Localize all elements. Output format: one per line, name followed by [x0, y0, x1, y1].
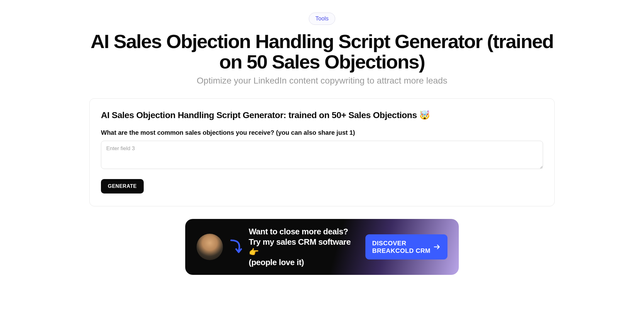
promo-banner: Want to close more deals? Try my sales C…	[185, 219, 459, 275]
page-header: Tools AI Sales Objection Handling Script…	[89, 13, 555, 86]
arrow-right-icon	[433, 243, 441, 251]
curved-arrow-icon	[229, 238, 242, 255]
generator-card: AI Sales Objection Handling Script Gener…	[89, 98, 555, 206]
cta-line-2: BREAKCOLD CRM	[372, 247, 430, 254]
page-title: AI Sales Objection Handling Script Gener…	[89, 31, 555, 72]
promo-text: Want to close more deals? Try my sales C…	[249, 226, 358, 267]
page-subtitle: Optimize your LinkedIn content copywriti…	[89, 76, 555, 86]
promo-line-2: Try my sales CRM software 👉	[249, 237, 358, 257]
cta-line-1: DISCOVER	[372, 239, 430, 247]
promo-line-1: Want to close more deals?	[249, 226, 358, 237]
promo-line-3: (people love it)	[249, 257, 358, 268]
tools-badge[interactable]: Tools	[309, 13, 335, 25]
objections-input[interactable]	[101, 141, 543, 169]
avatar	[197, 234, 223, 260]
discover-crm-button[interactable]: DISCOVER BREAKCOLD CRM	[365, 234, 447, 259]
card-title: AI Sales Objection Handling Script Gener…	[101, 110, 543, 120]
objections-field-label: What are the most common sales objection…	[101, 129, 543, 136]
generate-button[interactable]: GENERATE	[101, 179, 144, 193]
